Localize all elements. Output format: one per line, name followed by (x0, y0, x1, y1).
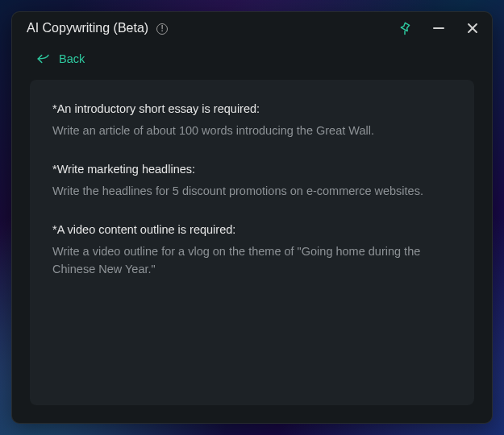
example-item: *A video content outline is required: Wr… (52, 222, 452, 279)
example-desc: Write the headlines for 5 discount promo… (52, 182, 452, 200)
back-button[interactable]: Back (12, 41, 492, 73)
app-window: AI Copywriting (Beta) ! Back (11, 11, 493, 424)
minimize-icon (433, 27, 444, 29)
example-title: *A video content outline is required: (52, 222, 452, 238)
example-item: *Write marketing headlines: Write the he… (52, 161, 452, 201)
titlebar: AI Copywriting (Beta) ! (12, 12, 492, 41)
example-item: *An introductory short essay is required… (52, 101, 452, 140)
window-controls (397, 20, 481, 36)
example-title: *Write marketing headlines: (52, 161, 452, 177)
close-icon (467, 23, 478, 34)
back-label: Back (59, 52, 85, 65)
examples-panel: *An introductory short essay is required… (30, 80, 474, 405)
back-arrow-icon (36, 53, 51, 64)
example-desc: Write an article of about 100 words intr… (52, 122, 452, 139)
info-icon[interactable]: ! (156, 23, 168, 35)
window-title: AI Copywriting (Beta) (27, 21, 148, 35)
example-title: *An introductory short essay is required… (52, 101, 452, 117)
pin-icon[interactable] (397, 20, 413, 36)
example-desc: Write a video outline for a vlog on the … (52, 242, 452, 279)
close-button[interactable] (464, 20, 481, 36)
minimize-button[interactable] (431, 20, 447, 36)
